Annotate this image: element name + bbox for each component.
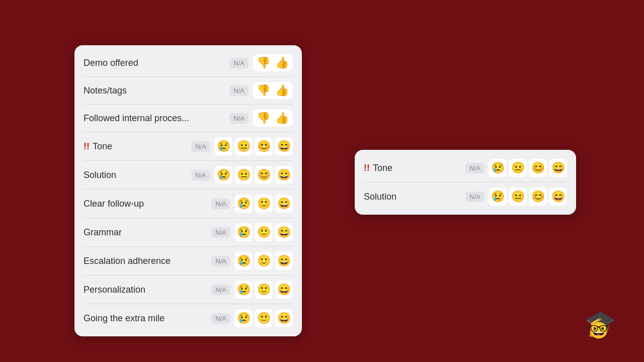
emoji-ok-personalization[interactable]: 🙂 [255, 281, 273, 299]
na-personalization: N/A [211, 285, 230, 295]
na-clear-follow-up: N/A [211, 199, 230, 209]
label-demo-offered: Demo offered [84, 58, 229, 68]
label-grammar: Grammar [84, 227, 211, 238]
na-escalation-adherence: N/A [211, 256, 230, 266]
emoji-very-happy-solution[interactable]: 😄 [275, 166, 293, 184]
label-tone: !! Tone [84, 141, 191, 152]
popup-emoji-group-solution: 😢 😐 😊 😄 [489, 188, 567, 206]
label-followed-internal: Followed internal proces... [84, 113, 229, 124]
thumbs-down-followed-internal[interactable]: 👎 [257, 112, 270, 125]
popup-card: !! Tone N/A 😢 😐 😊 😄 Solution N/A 😢 😐 😊 😄 [355, 150, 576, 215]
label-solution: Solution [84, 170, 191, 180]
thumbs-down-notes-tags[interactable]: 👎 [257, 84, 270, 97]
row-grammar: Grammar N/A 😢 🙂 😄 [74, 218, 302, 246]
row-followed-internal: Followed internal proces... N/A 👎 👍 [74, 105, 302, 132]
emoji-great-escalation-adherence[interactable]: 😄 [275, 252, 293, 270]
popup-emoji-very-happy-solution[interactable]: 😄 [549, 188, 567, 206]
na-solution: N/A [191, 170, 210, 180]
label-escalation-adherence: Escalation adherence [84, 256, 211, 266]
popup-na-solution: N/A [465, 192, 485, 202]
popup-label-tone: !! Tone [364, 163, 465, 173]
row-escalation-adherence: Escalation adherence N/A 😢 🙂 😄 [74, 247, 302, 275]
main-card: Demo offered N/A 👎 👍 Notes/tags N/A 👎 👍 … [74, 45, 302, 336]
popup-emoji-very-sad-tone[interactable]: 😢 [489, 159, 507, 177]
emoji-group-clear-follow-up: 😢 🙂 😄 [234, 195, 293, 213]
label-personalization: Personalization [84, 285, 211, 295]
emoji-great-grammar[interactable]: 😄 [275, 223, 293, 241]
na-demo-offered: N/A [229, 58, 249, 68]
thumbs-up-demo-offered[interactable]: 👍 [275, 56, 289, 69]
label-notes-tags: Notes/tags [84, 85, 229, 96]
na-going-extra-mile: N/A [211, 313, 230, 324]
popup-exclaim-tone: !! [364, 163, 370, 173]
emoji-sad-going-extra-mile[interactable]: 😢 [234, 309, 253, 327]
emoji-ok-clear-follow-up[interactable]: 🙂 [255, 195, 273, 213]
emoji-ok-escalation-adherence[interactable]: 🙂 [255, 252, 273, 270]
exclaim-tone: !! [84, 141, 90, 152]
popup-emoji-group-tone: 😢 😐 😊 😄 [489, 159, 567, 177]
emoji-group-grammar: 😢 🙂 😄 [234, 223, 293, 241]
row-tone: !! Tone N/A 😢 😐 😊 😄 [74, 132, 302, 160]
row-clear-follow-up: Clear follow-up N/A 😢 🙂 😄 [74, 190, 302, 218]
popup-emoji-neutral-tone[interactable]: 😐 [509, 159, 527, 177]
popup-emoji-happy-solution[interactable]: 😊 [529, 188, 547, 206]
emoji-happy-solution[interactable]: 😊 [255, 166, 273, 184]
emoji-group-going-extra-mile: 😢 🙂 😄 [234, 309, 293, 327]
row-going-extra-mile: Going the extra mile N/A 😢 🙂 😄 [74, 304, 302, 332]
emoji-very-sad-solution[interactable]: 😢 [214, 166, 232, 184]
popup-na-tone: N/A [465, 163, 485, 173]
label-going-extra-mile: Going the extra mile [84, 313, 211, 324]
emoji-sad-grammar[interactable]: 😢 [234, 223, 253, 241]
thumbs-up-followed-internal[interactable]: 👍 [275, 112, 289, 125]
logo: 🎓 🤓 [585, 313, 620, 348]
na-followed-internal: N/A [229, 113, 249, 124]
emoji-sad-escalation-adherence[interactable]: 😢 [234, 252, 253, 270]
emoji-ok-grammar[interactable]: 🙂 [255, 223, 273, 241]
popup-emoji-neutral-solution[interactable]: 😐 [509, 188, 527, 206]
row-notes-tags: Notes/tags N/A 👎 👍 [74, 77, 302, 104]
thumbs-followed-internal: 👎 👍 [253, 110, 293, 127]
emoji-group-solution: 😢 😐 😊 😄 [214, 166, 293, 184]
emoji-happy-tone[interactable]: 😊 [255, 137, 273, 155]
popup-row-solution: Solution N/A 😢 😐 😊 😄 [355, 183, 576, 211]
emoji-great-going-extra-mile[interactable]: 😄 [275, 309, 293, 327]
emoji-group-personalization: 😢 🙂 😄 [234, 281, 293, 299]
row-personalization: Personalization N/A 😢 🙂 😄 [74, 276, 302, 304]
emoji-very-happy-tone[interactable]: 😄 [275, 137, 293, 155]
emoji-very-sad-tone[interactable]: 😢 [214, 137, 232, 155]
emoji-group-tone: 😢 😐 😊 😄 [214, 137, 293, 155]
thumbs-down-demo-offered[interactable]: 👎 [257, 56, 270, 69]
row-demo-offered: Demo offered N/A 👎 👍 [74, 49, 302, 76]
thumbs-up-notes-tags[interactable]: 👍 [275, 84, 289, 97]
emoji-sad-clear-follow-up[interactable]: 😢 [234, 195, 253, 213]
nerd-face-icon: 🤓 [589, 321, 609, 340]
emoji-sad-personalization[interactable]: 😢 [234, 281, 253, 299]
na-notes-tags: N/A [229, 85, 249, 96]
emoji-neutral-solution[interactable]: 😐 [234, 166, 253, 184]
emoji-neutral-tone[interactable]: 😐 [234, 137, 253, 155]
popup-emoji-happy-tone[interactable]: 😊 [529, 159, 547, 177]
popup-emoji-very-happy-tone[interactable]: 😄 [549, 159, 567, 177]
emoji-great-clear-follow-up[interactable]: 😄 [275, 195, 293, 213]
popup-emoji-very-sad-solution[interactable]: 😢 [489, 188, 507, 206]
label-clear-follow-up: Clear follow-up [84, 199, 211, 209]
popup-row-tone: !! Tone N/A 😢 😐 😊 😄 [355, 154, 576, 182]
popup-label-solution: Solution [364, 192, 465, 202]
thumbs-demo-offered: 👎 👍 [253, 54, 293, 71]
emoji-great-personalization[interactable]: 😄 [275, 281, 293, 299]
emoji-ok-going-extra-mile[interactable]: 🙂 [255, 309, 273, 327]
row-solution: Solution N/A 😢 😐 😊 😄 [74, 161, 302, 189]
thumbs-notes-tags: 👎 👍 [253, 82, 293, 99]
na-grammar: N/A [211, 227, 230, 238]
emoji-group-escalation-adherence: 😢 🙂 😄 [234, 252, 293, 270]
na-tone: N/A [191, 141, 210, 152]
